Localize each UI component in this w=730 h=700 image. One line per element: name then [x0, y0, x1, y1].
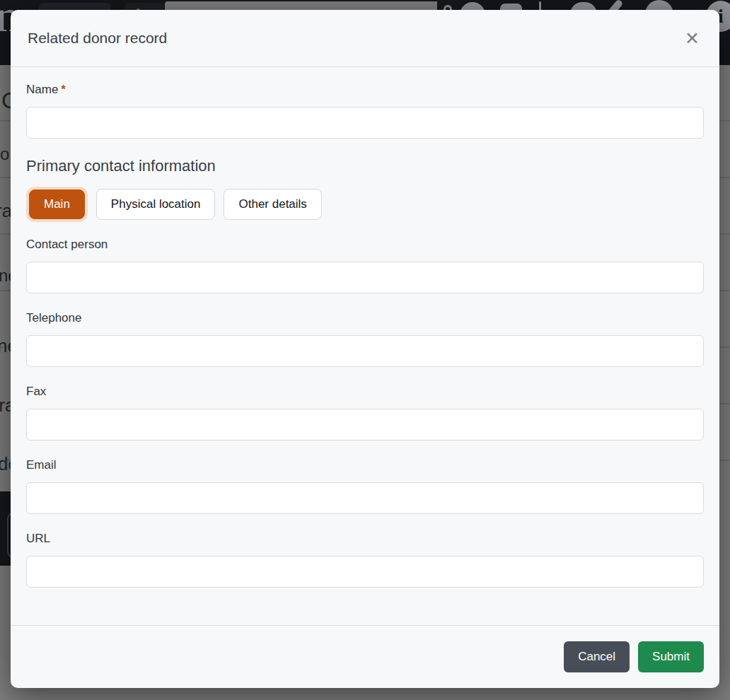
name-label: Name*	[26, 83, 704, 97]
fax-field-group: Fax	[26, 385, 704, 441]
fax-label: Fax	[26, 385, 704, 399]
tab-main[interactable]: Main	[29, 189, 85, 219]
url-field-group: URL	[26, 532, 704, 588]
name-field-group: Name*	[26, 83, 704, 139]
contact-person-field-group: Contact person	[26, 238, 704, 293]
dialog-header: Related donor record ✕	[11, 10, 719, 67]
required-marker: *	[61, 83, 66, 96]
cancel-button[interactable]: Cancel	[564, 641, 630, 672]
dialog-title: Related donor record	[28, 30, 682, 47]
url-input[interactable]	[26, 556, 704, 588]
name-input[interactable]	[26, 107, 704, 139]
email-field-group: Email	[26, 458, 704, 514]
tab-physical-location[interactable]: Physical location	[96, 189, 216, 220]
contact-tabs: Main Physical location Other details	[26, 188, 704, 221]
section-heading: Primary contact information	[26, 157, 704, 175]
telephone-field-group: Telephone	[26, 311, 704, 367]
submit-button[interactable]: Submit	[638, 641, 704, 672]
telephone-label: Telephone	[26, 311, 704, 325]
email-label: Email	[26, 458, 704, 472]
related-donor-record-dialog: Related donor record ✕ Name* Primary con…	[11, 10, 719, 688]
url-label: URL	[26, 532, 704, 546]
email-input[interactable]	[26, 482, 704, 514]
fax-input[interactable]	[26, 409, 704, 441]
background-text-fragment: o	[0, 144, 9, 164]
contact-person-label: Contact person	[26, 238, 704, 252]
contact-person-input[interactable]	[26, 262, 704, 293]
dialog-body: Name* Primary contact information Main P…	[11, 67, 719, 625]
dialog-footer: Cancel Submit	[11, 625, 719, 688]
tab-other-details[interactable]: Other details	[224, 189, 321, 220]
telephone-input[interactable]	[26, 335, 704, 367]
close-icon[interactable]: ✕	[682, 27, 702, 50]
